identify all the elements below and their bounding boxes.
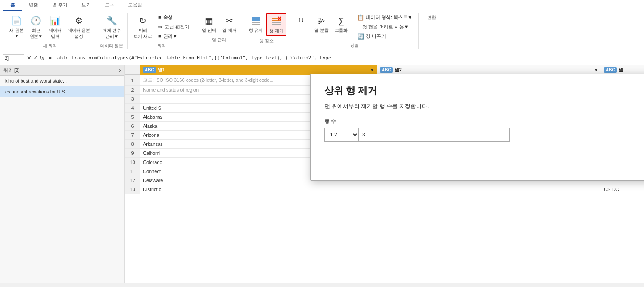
preview-icon: ↻ [137,15,149,27]
tab-view[interactable]: 보기 [75,0,98,11]
sidebar-item-query1[interactable]: king of best and worst state... [0,76,124,86]
first-row-header-label: 첫 행을 머리로 사용▼ [362,24,409,30]
manage-button[interactable]: ≡ 관리▼ [156,32,192,41]
col-select-label: 열 선택 [202,28,216,34]
first-row-header-icon: ≡ [357,24,361,30]
new-query-group-label: 새 쿼리 [43,43,57,49]
data-source-settings-button[interactable]: ⚙ 데이터 원본설정 [65,13,93,41]
adv-editor-button[interactable]: ✏ 고급 편집기 [156,22,192,31]
manage-icon: ≡ [158,33,162,40]
group-by-button[interactable]: ∑ 그룹화 [332,13,350,35]
table-area: ABC 열1 ▼ ABC 열2 ▼ ABC 열 1 코드: ISO ISO 31… [125,65,644,283]
svg-rect-0 [252,17,260,19]
col-remove-icon: ✂ [223,15,235,27]
col-split-label: 열 분할 [314,28,329,34]
properties-button[interactable]: ≡ 속성 [156,13,192,22]
data-format-label: 데이터 형식: 텍스트▼ [366,14,412,21]
properties-label: 속성 [163,14,173,21]
replace-values-icon: 🔄 [357,33,364,40]
recent-source-label: 최근원본▼ [30,28,43,40]
ribbon-group-columns: ▦ 열 선택 ✂ 열 제거 열 관리 [196,13,243,43]
tab-bar: 홈 변환 열 추가 보기 도구 도움말 [0,0,644,11]
replace-values-button[interactable]: 🔄 값 바꾸기 [355,32,415,41]
preview-button[interactable]: ↻ 미리보기 새로 [131,13,155,41]
replace-values-label: 값 바꾸기 [366,33,386,40]
row-keep-label: 행 유지 [249,28,263,34]
tab-add-column[interactable]: 열 추가 [45,0,75,11]
sort-group-label: 정렬 [350,43,359,49]
cancel-formula-icon[interactable]: ✕ [27,55,31,61]
svg-rect-6 [272,22,281,23]
properties-icon: ≡ [158,14,162,21]
first-row-header-button[interactable]: ≡ 첫 행을 머리로 사용▼ [355,22,415,31]
group-by-icon: ∑ [335,15,347,27]
tab-tools[interactable]: 도구 [98,0,121,11]
ribbon-group-transform: 변환 [419,13,445,21]
ribbon-group-sort: ↑↓ ⫸ 열 분할 ∑ 그룹화 📋 데이터 형식: 텍스트▼ ≡ 첫 행을 머리 [290,13,419,49]
row-remove-button[interactable]: 행 제거 [266,13,286,36]
manage-label: 관리▼ [163,33,177,40]
data-format-icon: 📋 [357,14,364,21]
formula-input[interactable]: = Table.TransformColumnTypes(#"Extracted… [47,54,641,62]
settings-icon: ⚙ [73,15,85,27]
collapse-sidebar-button[interactable]: › [119,67,121,74]
row-count-select[interactable]: 1.2 1 2 [324,128,359,142]
col-split-icon: ⫸ [316,15,328,27]
svg-rect-2 [252,22,260,23]
sidebar-item-query2[interactable]: es and abbreviations for U S... [0,86,124,97]
remove-top-rows-dialog: ✕ 상위 행 제거 맨 위에서부터 제거할 행 수를 지정합니다. 행 수 1.… [310,74,644,181]
row-keep-icon [250,15,262,27]
adv-editor-label: 고급 편집기 [165,24,190,30]
main-layout: 쿼리 [2] › king of best and worst state...… [0,65,644,283]
preview-label: 미리보기 새로 [134,28,152,40]
svg-rect-5 [272,20,281,21]
dialog-footer: 확인 취소 [324,155,644,170]
row-count-label: 행 수 [324,118,644,125]
recent-source-icon: 🕐 [30,15,42,27]
sort-button[interactable]: ↑↓ [294,13,311,29]
query-group-label: 쿼리 [157,43,166,49]
dialog-description: 맨 위에서부터 제거할 행 수를 지정합니다. [324,102,644,110]
sidebar: 쿼리 [2] › king of best and worst state...… [0,65,125,283]
svg-text:↑↓: ↑↓ [298,16,304,23]
recent-source-button[interactable]: 🕐 최근원본▼ [27,13,45,41]
svg-rect-1 [252,19,260,21]
param-label: 매개 변수관리▼ [103,28,121,40]
formula-bar: ✕ ✓ fx = Table.TransformColumnTypes(#"Ex… [0,51,644,65]
row-remove-icon [271,15,283,27]
ribbon-group-datasource: 🔧 매개 변수관리▼ 데이터 원본 [96,13,128,49]
tab-home[interactable]: 홈 [3,0,22,11]
confirm-formula-icon[interactable]: ✓ [33,55,38,61]
dialog-input-row: 1.2 1 2 [324,128,644,142]
data-format-button[interactable]: 📋 데이터 형식: 텍스트▼ [355,13,415,22]
new-source-button[interactable]: 📄 새 원본▼ [7,13,26,40]
ribbon-group-query: ↻ 미리보기 새로 ≡ 속성 ✏ 고급 편집기 ≡ 관리▼ 쿼리 [128,13,196,49]
sort-icon: ↑↓ [296,15,308,27]
rows-group-label: 행 감소 [259,38,274,44]
columns-group-label: 열 관리 [212,37,226,43]
tab-transform[interactable]: 변환 [22,0,45,11]
col-split-button[interactable]: ⫸ 열 분할 [312,13,331,35]
tab-help[interactable]: 도움말 [121,0,149,11]
fx-icon[interactable]: fx [40,55,44,62]
new-source-label: 새 원본▼ [9,28,24,38]
row-keep-button[interactable]: 행 유지 [246,13,266,35]
svg-rect-3 [252,24,260,25]
col-select-icon: ▦ [203,15,215,27]
cell-reference[interactable] [3,54,24,62]
row-remove-label: 행 제거 [269,28,283,34]
dialog-overlay: ✕ 상위 행 제거 맨 위에서부터 제거할 행 수를 지정합니다. 행 수 1.… [125,65,644,283]
ribbon-group-new-query: 📄 새 원본▼ 🕐 최근원본▼ 📊 데이터입력 ⚙ 데이터 원본설정 새 쿼리 [3,13,96,49]
data-input-label: 데이터입력 [49,28,62,40]
param-icon: 🔧 [106,15,118,27]
data-input-button[interactable]: 📊 데이터입력 [46,13,64,41]
group-by-label: 그룹화 [335,28,348,34]
dialog-title: 상위 행 제거 [324,84,644,97]
datasource-group-label: 데이터 원본 [100,43,123,49]
col-select-button[interactable]: ▦ 열 선택 [199,13,219,35]
adv-editor-icon: ✏ [158,24,163,30]
col-remove-button[interactable]: ✂ 열 제거 [220,13,239,35]
row-count-input[interactable] [359,128,510,142]
new-source-icon: 📄 [10,15,22,27]
param-mgr-button[interactable]: 🔧 매개 변수관리▼ [100,13,124,41]
